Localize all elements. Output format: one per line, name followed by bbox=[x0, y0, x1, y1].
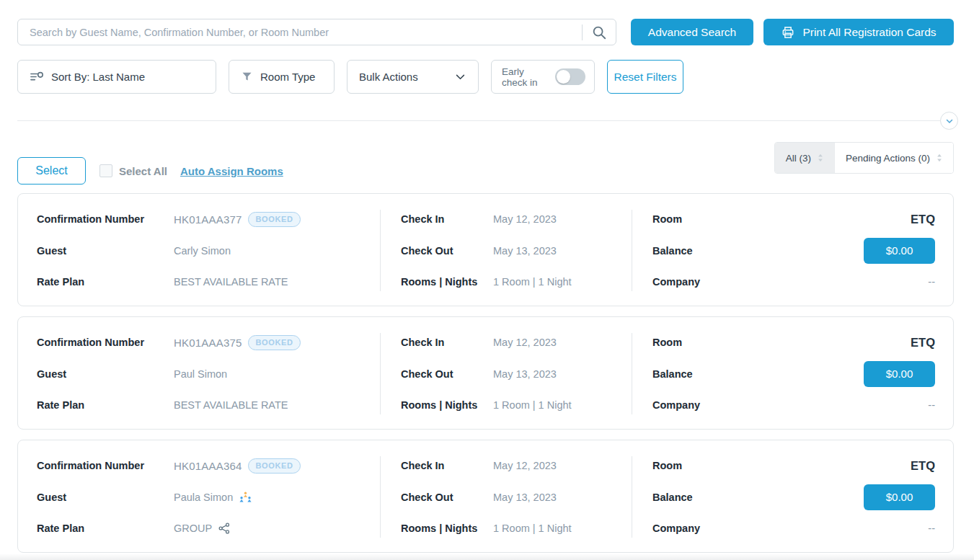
selection-controls: Select Select All Auto Assign Rooms bbox=[17, 157, 283, 185]
sort-icon bbox=[30, 71, 44, 84]
card-identity-column: Confirmation Number HK01AAA364 BOOKED Gu… bbox=[18, 440, 380, 552]
card-stay-column: Check In May 12, 2023 Check Out May 13, … bbox=[380, 194, 632, 306]
guest-value: Paula Simon bbox=[174, 492, 233, 503]
rate-plan-label: Rate Plan bbox=[37, 276, 174, 288]
sort-by-dropdown[interactable]: Sort By: Last Name bbox=[17, 60, 216, 94]
check-out-value: May 13, 2023 bbox=[493, 245, 557, 257]
early-check-in-filter: Early check in bbox=[491, 60, 595, 94]
bulk-actions-dropdown[interactable]: Bulk Actions bbox=[347, 60, 479, 94]
print-all-label: Print All Registration Cards bbox=[802, 26, 936, 39]
balance-button[interactable]: $0.00 bbox=[864, 484, 935, 510]
balance-button[interactable]: $0.00 bbox=[864, 361, 935, 387]
confirmation-number-label: Confirmation Number bbox=[37, 213, 174, 225]
check-in-label: Check In bbox=[401, 337, 493, 348]
company-label: Company bbox=[652, 276, 700, 288]
rooms-nights-label: Rooms | Nights bbox=[401, 399, 493, 411]
room-label: Room bbox=[652, 337, 682, 348]
rate-plan-value: BEST AVAILABLE RATE bbox=[174, 399, 288, 411]
room-label: Room bbox=[652, 460, 682, 471]
card-account-column: Room ETQ Balance $0.00 Company -- bbox=[632, 194, 953, 306]
confirmation-number-label: Confirmation Number bbox=[37, 337, 174, 348]
status-badge: BOOKED bbox=[248, 212, 301, 227]
balance-label: Balance bbox=[652, 492, 693, 503]
room-type-filter[interactable]: Room Type bbox=[229, 60, 335, 94]
reservation-card[interactable]: Confirmation Number HK01AAA377 BOOKED Gu… bbox=[17, 193, 954, 306]
printer-icon bbox=[781, 25, 795, 40]
check-in-value: May 12, 2023 bbox=[493, 213, 557, 225]
company-label: Company bbox=[652, 523, 700, 534]
early-check-in-label: Early check in bbox=[502, 66, 548, 88]
rate-plan-label: Rate Plan bbox=[37, 399, 174, 411]
group-guests-icon bbox=[239, 492, 252, 503]
reset-filters-button[interactable]: Reset Filters bbox=[607, 60, 683, 94]
check-in-value: May 12, 2023 bbox=[493, 337, 557, 348]
status-badge: BOOKED bbox=[248, 335, 301, 350]
card-account-column: Room ETQ Balance $0.00 Company -- bbox=[632, 440, 953, 552]
balance-button[interactable]: $0.00 bbox=[864, 238, 935, 264]
advanced-search-button[interactable]: Advanced Search bbox=[631, 19, 753, 45]
tab-all[interactable]: All (3) bbox=[775, 143, 834, 173]
check-in-label: Check In bbox=[401, 460, 493, 471]
guest-label: Guest bbox=[37, 368, 174, 380]
company-value: -- bbox=[928, 523, 935, 534]
card-stay-column: Check In May 12, 2023 Check Out May 13, … bbox=[380, 440, 632, 552]
chevron-down-circle-icon bbox=[945, 117, 954, 125]
rooms-nights-value: 1 Room | 1 Night bbox=[493, 399, 572, 411]
check-in-value: May 12, 2023 bbox=[493, 460, 557, 471]
confirmation-number-label: Confirmation Number bbox=[37, 460, 174, 471]
sort-by-label: Sort By: Last Name bbox=[51, 71, 145, 83]
check-out-value: May 13, 2023 bbox=[493, 492, 557, 503]
room-value: ETQ bbox=[911, 459, 935, 473]
room-label: Room bbox=[652, 213, 682, 225]
balance-label: Balance bbox=[652, 245, 693, 257]
select-all-checkbox[interactable] bbox=[99, 164, 112, 177]
select-all-label: Select All bbox=[119, 165, 167, 177]
tab-all-label: All (3) bbox=[786, 153, 811, 164]
check-out-label: Check Out bbox=[401, 492, 493, 503]
company-value: -- bbox=[928, 276, 935, 288]
confirmation-number-value: HK01AAA364 bbox=[174, 460, 242, 472]
status-badge: BOOKED bbox=[248, 458, 301, 474]
rooms-nights-value: 1 Room | 1 Night bbox=[493, 276, 572, 288]
chevron-down-icon bbox=[454, 71, 466, 83]
tab-pending-actions[interactable]: Pending Actions (0) bbox=[834, 143, 953, 173]
card-stay-column: Check In May 12, 2023 Check Out May 13, … bbox=[380, 317, 632, 429]
check-in-label: Check In bbox=[401, 213, 493, 225]
rate-plan-value: BEST AVAILABLE RATE bbox=[174, 276, 288, 288]
search-icon[interactable] bbox=[591, 25, 607, 40]
card-account-column: Room ETQ Balance $0.00 Company -- bbox=[632, 317, 953, 429]
share-icon[interactable] bbox=[218, 522, 231, 535]
guest-label: Guest bbox=[37, 245, 174, 257]
sorter-icon bbox=[937, 154, 942, 162]
bulk-actions-label: Bulk Actions bbox=[359, 71, 418, 83]
reservation-card[interactable]: Confirmation Number HK01AAA375 BOOKED Gu… bbox=[17, 316, 954, 430]
select-button[interactable]: Select bbox=[17, 157, 86, 185]
early-check-in-toggle[interactable] bbox=[555, 68, 585, 85]
result-tabs: All (3) Pending Actions (0) bbox=[774, 142, 954, 174]
rate-plan-value: GROUP bbox=[174, 523, 212, 534]
funnel-icon bbox=[241, 71, 253, 83]
rate-plan-label: Rate Plan bbox=[37, 523, 174, 534]
search-row: Advanced Search Print All Registration C… bbox=[17, 19, 954, 45]
guest-label: Guest bbox=[37, 492, 174, 503]
room-type-label: Room Type bbox=[260, 71, 315, 83]
section-divider bbox=[17, 120, 954, 121]
guest-value: Paul Simon bbox=[174, 368, 227, 380]
confirmation-number-value: HK01AAA377 bbox=[174, 213, 242, 226]
search-input[interactable] bbox=[30, 27, 573, 38]
print-all-registration-cards-button[interactable]: Print All Registration Cards bbox=[763, 19, 954, 45]
auto-assign-rooms-link[interactable]: Auto Assign Rooms bbox=[180, 165, 283, 177]
tab-pending-actions-label: Pending Actions (0) bbox=[846, 153, 930, 164]
reservation-list: Confirmation Number HK01AAA377 BOOKED Gu… bbox=[17, 193, 954, 553]
collapse-filters-button[interactable] bbox=[940, 112, 958, 130]
reservation-card[interactable]: Confirmation Number HK01AAA364 BOOKED Gu… bbox=[17, 440, 954, 553]
rooms-nights-label: Rooms | Nights bbox=[401, 276, 493, 288]
search-divider bbox=[582, 25, 583, 40]
company-value: -- bbox=[928, 399, 935, 411]
balance-label: Balance bbox=[652, 368, 693, 380]
check-out-label: Check Out bbox=[401, 368, 493, 380]
rooms-nights-label: Rooms | Nights bbox=[401, 523, 493, 534]
room-value: ETQ bbox=[911, 213, 935, 226]
card-identity-column: Confirmation Number HK01AAA377 BOOKED Gu… bbox=[18, 194, 380, 306]
check-out-value: May 13, 2023 bbox=[493, 368, 557, 380]
